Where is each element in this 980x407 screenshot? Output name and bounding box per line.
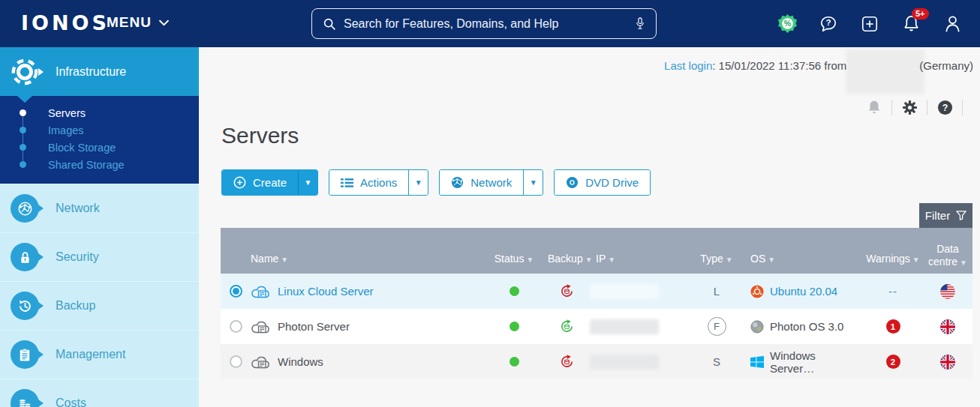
sidebar-item-label: Security <box>56 250 99 264</box>
active-section-notch <box>17 96 32 103</box>
help-chat-icon[interactable]: ? <box>819 14 838 34</box>
notification-badge: 5+ <box>912 8 929 19</box>
ip-redacted <box>590 284 659 299</box>
notifications-bell-icon[interactable]: 5+ <box>901 14 921 34</box>
sidebar-subitem-images[interactable]: Images <box>0 121 199 139</box>
disc-icon <box>566 176 579 189</box>
row-radio[interactable] <box>230 320 242 333</box>
settings-gear-icon[interactable] <box>900 98 918 116</box>
server-name[interactable]: Photon Server <box>278 320 350 333</box>
column-header-status[interactable]: Status▼ <box>480 253 548 274</box>
actions-dropdown-caret[interactable]: ▼ <box>408 170 428 195</box>
sidebar-item-management[interactable]: Management <box>0 330 199 379</box>
sidebar-subitem-shared-storage[interactable]: Shared Storage <box>0 156 199 173</box>
backup-history-icon <box>11 292 39 320</box>
sidebar-item-backup[interactable]: Backup <box>0 281 199 330</box>
column-header-os[interactable]: OS▼ <box>750 253 863 274</box>
last-login-link[interactable]: Last login <box>664 59 712 72</box>
actions-button[interactable]: Actions <box>329 170 408 195</box>
column-header-ip[interactable]: IP▼ <box>585 253 683 274</box>
sidebar: Infrastructure Servers Images Block Stor… <box>0 47 199 407</box>
deals-icon[interactable]: % <box>777 14 797 34</box>
page-bell-icon[interactable] <box>865 98 883 116</box>
global-search <box>311 8 657 39</box>
sidebar-item-costs[interactable]: Costs <box>0 379 199 407</box>
backup-ok-icon[interactable] <box>560 319 574 334</box>
server-name[interactable]: Windows <box>278 355 323 368</box>
last-login-details: : 15/01/2022 11:37:56 from <box>712 59 846 72</box>
svg-text:%: % <box>783 19 791 28</box>
bullet-icon <box>20 144 26 151</box>
page-title: Servers <box>221 123 299 148</box>
windows-icon <box>750 356 764 368</box>
sidebar-item-label: Backup <box>56 299 95 313</box>
bullet-icon <box>20 109 26 116</box>
server-type: L <box>714 285 720 298</box>
cloud-server-icon <box>251 319 271 334</box>
search-input[interactable] <box>344 17 627 31</box>
column-header-warnings[interactable]: Warnings▼ <box>863 253 923 274</box>
ubuntu-icon <box>750 285 764 298</box>
warnings-badge[interactable]: 2 <box>886 355 900 369</box>
os-label: Windows Server… <box>770 349 863 375</box>
sidebar-item-label: Infrastructure <box>56 65 126 79</box>
page-help-icon[interactable]: ? <box>936 98 954 116</box>
microphone-icon[interactable] <box>635 16 645 31</box>
column-header-type[interactable]: Type▼ <box>683 253 750 274</box>
uk-flag-icon <box>940 355 955 370</box>
us-flag-icon <box>940 284 955 299</box>
last-login-info: Last login: 15/01/2022 11:37:56 from(Ger… <box>664 59 973 72</box>
column-header-name[interactable]: Name▼ <box>251 253 480 274</box>
globe-icon <box>451 176 464 189</box>
server-type: S <box>713 355 720 368</box>
column-header-backup[interactable]: Backup▼ <box>548 253 585 274</box>
backup-error-icon[interactable] <box>560 284 574 298</box>
chevron-down-icon <box>158 19 170 26</box>
row-radio[interactable] <box>230 355 242 368</box>
dvd-button-group: DVD Drive <box>554 169 651 196</box>
dvd-drive-button[interactable]: DVD Drive <box>555 170 650 195</box>
top-navbar: IONOS MENU % ? 5+ <box>0 0 980 47</box>
network-button-group: Network ▼ <box>439 169 543 196</box>
status-online-dot <box>510 286 519 296</box>
uk-flag-icon <box>940 319 955 334</box>
sidebar-item-network[interactable]: Network <box>0 184 199 232</box>
row-radio-selected[interactable] <box>230 285 242 298</box>
ip-redacted <box>590 319 659 334</box>
filter-button[interactable]: Filter <box>919 203 972 228</box>
sidebar-item-label: Management <box>56 348 125 361</box>
cloud-server-icon <box>251 284 271 299</box>
sidebar-subitem-servers[interactable]: Servers <box>0 104 199 121</box>
funnel-icon <box>956 211 966 220</box>
ionos-logo[interactable]: IONOS <box>21 11 110 34</box>
navbar-icons: % ? 5+ <box>777 0 962 47</box>
column-header-datacentre[interactable]: Data centre▼ <box>923 243 972 274</box>
status-online-dot <box>510 322 519 331</box>
menu-button[interactable]: MENU <box>107 14 170 31</box>
network-icon <box>11 194 39 223</box>
table-header: Name▼ Status▼ Backup▼ IP▼ Type▼ OS▼ Warn… <box>221 228 972 274</box>
server-name-link[interactable]: Linux Cloud Server <box>278 285 374 298</box>
network-dropdown-caret[interactable]: ▼ <box>523 170 543 195</box>
sidebar-item-infrastructure[interactable]: Infrastructure <box>0 47 199 96</box>
page-quick-icons: ? <box>865 98 971 116</box>
network-button[interactable]: Network <box>440 170 523 195</box>
backup-error-icon[interactable] <box>560 355 574 369</box>
servers-table: Name▼ Status▼ Backup▼ IP▼ Type▼ OS▼ Warn… <box>221 228 972 379</box>
bullet-icon <box>20 161 26 168</box>
last-login-region: (Germany) <box>919 59 973 72</box>
search-icon <box>323 17 336 31</box>
create-dropdown-caret[interactable]: ▼ <box>298 170 317 195</box>
table-row[interactable]: Linux Cloud Server L Ubuntu 20.04 -- <box>221 274 972 309</box>
warnings-badge[interactable]: 1 <box>886 319 900 334</box>
create-button[interactable]: Create <box>222 170 298 195</box>
os-label: Ubuntu 20.04 <box>770 285 837 298</box>
table-row[interactable]: Photon Server F Photon OS 3.0 1 <box>221 309 972 344</box>
account-icon[interactable] <box>942 14 962 34</box>
sidebar-subitem-block-storage[interactable]: Block Storage <box>0 139 199 156</box>
add-create-icon[interactable] <box>860 14 879 34</box>
infrastructure-submenu: Servers Images Block Storage Shared Stor… <box>0 96 199 184</box>
table-row[interactable]: Windows S Windows Server… 2 <box>221 344 972 379</box>
ip-redacted <box>590 355 659 370</box>
sidebar-item-security[interactable]: Security <box>0 232 199 281</box>
